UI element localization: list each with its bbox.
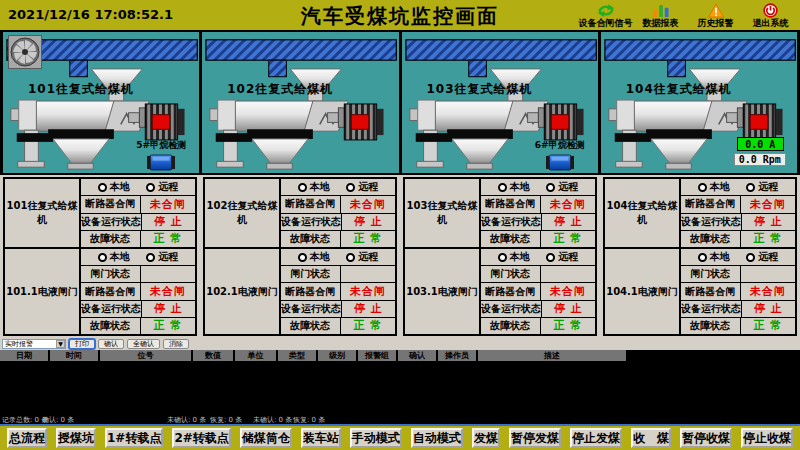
radio-remote-radio[interactable] — [146, 183, 155, 192]
valve-status-section: 102.1电液闸门本地远程闸门状态断路器合闸未合闸设备运行状态停 止故障状态正 … — [205, 247, 395, 334]
nav-button-13[interactable]: 暂停收煤 — [680, 428, 732, 448]
feeder-rows: 本地远程断路器合闸未合闸设备运行状态停 止故障状态正 常 — [681, 179, 795, 247]
radio-remote-radio[interactable] — [746, 253, 755, 262]
alarm-toolbar-button-2[interactable]: 确认 — [98, 339, 124, 349]
radio-local-radio[interactable] — [298, 253, 307, 262]
control-mode-row: 本地远程 — [281, 179, 395, 196]
nav-button-7[interactable]: 手动模式 — [350, 428, 402, 448]
machine-label: 103往复式给煤机 — [427, 81, 533, 98]
status-value: 未合闸 — [341, 283, 395, 299]
radio-local-radio[interactable] — [698, 253, 707, 262]
status-label: 断路器合闸 — [681, 283, 741, 299]
radio-local-radio[interactable] — [498, 253, 507, 262]
alarm-column-header: 单位 — [235, 350, 278, 361]
machine-label: 102往复式给煤机 — [227, 81, 333, 98]
status-label: 故障状态 — [281, 318, 341, 334]
titlebar-button-label: 设备合闸信号 — [579, 19, 633, 28]
alarm-toolbar: 实时报警 ▼ 打印确认全确认消除 — [0, 338, 800, 350]
nav-button-1[interactable]: 总流程 — [7, 428, 47, 448]
status-label: 设备运行状态 — [81, 301, 142, 317]
status-label: 故障状态 — [81, 231, 141, 247]
nav-button-10[interactable]: 暂停发煤 — [509, 428, 561, 448]
alarm-filter-dropdown[interactable]: 实时报警 ▼ — [2, 339, 66, 349]
nav-button-2[interactable]: 授煤坑 — [56, 428, 96, 448]
titlebar-button-1[interactable]: 设备合闸信号 — [578, 0, 633, 30]
alarm-list-body[interactable] — [0, 361, 800, 414]
radio-remote-label: 远程 — [358, 180, 378, 194]
titlebar-button-group: 设备合闸信号数据报表历史报警退出系统 — [578, 0, 798, 30]
alarm-toolbar-button-4[interactable]: 消除 — [163, 339, 189, 349]
nav-button-3[interactable]: 1#转载点 — [105, 428, 163, 448]
radio-remote-label: 远程 — [758, 180, 778, 194]
radio-local-radio[interactable] — [498, 183, 507, 192]
status-row: 闸门状态 — [681, 266, 795, 283]
alarm-count-item: 未确认: 0 条 — [253, 415, 292, 425]
machine-graphics-area: 101往复式给煤机5#甲烷检测102往复式给煤机103往复式给煤机6#甲烷检测1… — [0, 30, 800, 175]
status-value: 未合闸 — [141, 196, 195, 212]
radio-remote-label: 远程 — [158, 250, 178, 264]
radio-remote-group: 远程 — [546, 180, 578, 194]
status-row: 设备运行状态停 止 — [481, 214, 595, 231]
radio-remote-group: 远程 — [546, 250, 578, 264]
alarm-toolbar-button-1[interactable]: 打印 — [69, 339, 95, 349]
feeder-status-section: 101往复式给煤机本地远程断路器合闸未合闸设备运行状态停 止故障状态正 常 — [5, 179, 195, 247]
alarm-column-header: 时间 — [50, 350, 100, 361]
radio-local-radio[interactable] — [698, 183, 707, 192]
radio-remote-radio[interactable] — [546, 253, 555, 262]
status-label: 设备运行状态 — [81, 214, 142, 230]
nav-button-9[interactable]: 发煤 — [472, 428, 500, 448]
nav-button-14[interactable]: 停止收煤 — [741, 428, 793, 448]
radio-remote-label: 远程 — [358, 250, 378, 264]
titlebar-button-4[interactable]: 退出系统 — [743, 0, 798, 30]
feeder-status-section: 103往复式给煤机本地远程断路器合闸未合闸设备运行状态停 止故障状态正 常 — [405, 179, 595, 247]
status-label: 设备运行状态 — [481, 214, 542, 230]
radio-local-group: 本地 — [298, 180, 330, 194]
nav-button-6[interactable]: 装车站 — [301, 428, 341, 448]
radio-local-label: 本地 — [110, 180, 130, 194]
methane-detector: 5#甲烷检测 — [129, 139, 193, 173]
radio-local-radio[interactable] — [98, 183, 107, 192]
radio-local-radio[interactable] — [298, 183, 307, 192]
radio-remote-radio[interactable] — [346, 253, 355, 262]
status-value: 正 常 — [741, 231, 795, 247]
radio-remote-group: 远程 — [746, 250, 778, 264]
radio-remote-label: 远程 — [558, 180, 578, 194]
status-box-101: 101往复式给煤机本地远程断路器合闸未合闸设备运行状态停 止故障状态正 常101… — [3, 177, 197, 336]
control-mode-row: 本地远程 — [281, 249, 395, 266]
status-row: 断路器合闸未合闸 — [481, 283, 595, 300]
valve-name: 104.1电液闸门 — [605, 249, 681, 334]
radio-remote-radio[interactable] — [346, 183, 355, 192]
status-value: 未合闸 — [341, 196, 395, 212]
alarm-column-header: 报警组 — [358, 350, 398, 361]
valve-rows: 本地远程闸门状态断路器合闸未合闸设备运行状态停 止故障状态正 常 — [281, 249, 395, 334]
radio-remote-radio[interactable] — [546, 183, 555, 192]
status-value: 未合闸 — [741, 196, 795, 212]
methane-detector-label: 6#甲烷检测 — [528, 139, 592, 152]
alarm-history-icon — [707, 3, 725, 18]
machine-label: 101往复式给煤机 — [28, 81, 134, 98]
status-row: 故障状态正 常 — [281, 231, 395, 247]
valve-name: 103.1电液闸门 — [405, 249, 481, 334]
alarm-column-header: 操作员 — [438, 350, 478, 361]
alarm-filter-value: 实时报警 — [5, 339, 33, 349]
titlebar-button-3[interactable]: 历史报警 — [688, 0, 743, 30]
radio-local-group: 本地 — [98, 180, 130, 194]
nav-button-5[interactable]: 储煤筒仓 — [240, 428, 292, 448]
feeder-name: 104往复式给煤机 — [605, 179, 681, 247]
nav-button-4[interactable]: 2#转载点 — [172, 428, 230, 448]
radio-remote-radio[interactable] — [746, 183, 755, 192]
status-row: 断路器合闸未合闸 — [281, 196, 395, 213]
nav-button-12[interactable]: 收 煤 — [631, 428, 671, 448]
titlebar-button-2[interactable]: 数据报表 — [633, 0, 688, 30]
radio-remote-radio[interactable] — [146, 253, 155, 262]
motor-current-display: 0.0 A — [737, 137, 784, 151]
valve-rows: 本地远程闸门状态断路器合闸未合闸设备运行状态停 止故障状态正 常 — [81, 249, 195, 334]
status-value — [741, 266, 795, 282]
status-row: 故障状态正 常 — [81, 318, 195, 334]
nav-button-8[interactable]: 自动模式 — [411, 428, 463, 448]
feeder-status-section: 104往复式给煤机本地远程断路器合闸未合闸设备运行状态停 止故障状态正 常 — [605, 179, 795, 247]
alarm-toolbar-button-3[interactable]: 全确认 — [127, 339, 160, 349]
radio-local-radio[interactable] — [98, 253, 107, 262]
nav-button-11[interactable]: 停止发煤 — [570, 428, 622, 448]
status-value: 停 止 — [542, 301, 595, 317]
